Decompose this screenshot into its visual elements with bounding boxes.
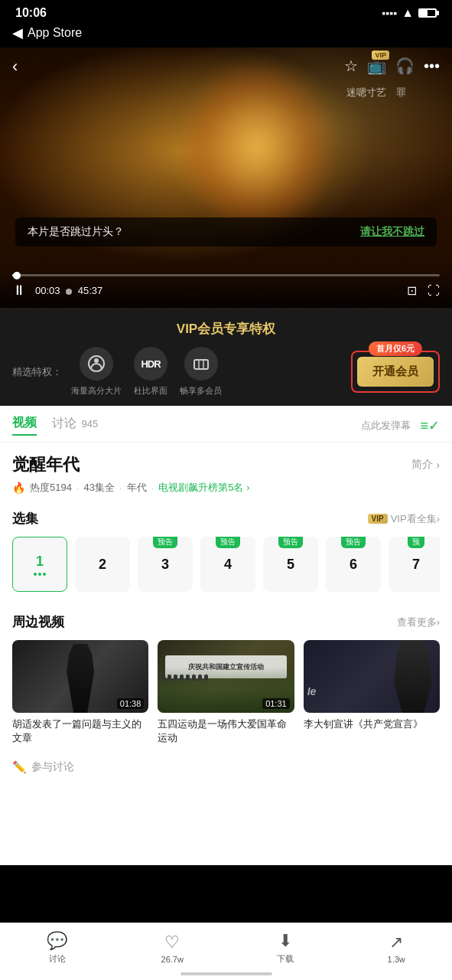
svg-point-1 — [94, 358, 99, 363]
related-thumb-2: 庆祝共和国建立宣传活动 01:31 — [158, 640, 294, 713]
share-nav-icon: ↗ — [389, 933, 403, 952]
nav-share[interactable]: ↗ 1.3w — [388, 933, 405, 964]
episode-num-6: 6 — [350, 557, 357, 573]
episode-tag-3: 预告 — [153, 537, 177, 548]
episode-item-1[interactable]: 1 — [12, 537, 67, 592]
tabs-row: 视频 讨论 945 点此发弹幕 ≡✓ — [0, 406, 452, 443]
time-display: 10:06 — [15, 6, 47, 20]
cast-icon[interactable]: 🎧 — [395, 57, 415, 75]
show-meta: 🔥 热度5194 · 43集全 · 年代 · 电视剧飙升榜第5名 › — [12, 481, 440, 495]
episode-item-5[interactable]: 预告 5 — [263, 537, 318, 592]
related-title-3: 李大钊宣讲《共产党宣言》 — [304, 717, 440, 731]
controls-right: ⊡ ⛶ — [407, 283, 440, 298]
rank-link[interactable]: 电视剧飙升榜第5名 › — [158, 481, 249, 495]
figure-silhouette — [57, 644, 103, 713]
vip-title: VIP会员专享特权 — [0, 320, 452, 338]
episode-num-1: 1 — [36, 554, 44, 570]
feature-label-1: 海量高分大片 — [71, 385, 122, 397]
home-indicator — [180, 972, 272, 975]
feature-icon-hdr: HDR — [134, 347, 167, 381]
video-back-button[interactable]: ‹ — [12, 57, 18, 77]
feature-label-3: 畅享多会员 — [180, 385, 222, 397]
related-grid: 01:38 胡适发表了一篇问题与主义的文章 庆祝共和国建立宣传活动 — [12, 640, 440, 745]
nav-discuss[interactable]: 💬 讨论 — [47, 931, 67, 965]
related-thumb-3: Ie — [304, 640, 440, 713]
vip-discount-badge: 首月仅6元 — [369, 341, 422, 356]
nav-download[interactable]: ⬇ 下载 — [277, 931, 294, 965]
pip-icon[interactable]: ⊡ — [407, 283, 417, 298]
progress-bar[interactable] — [12, 274, 440, 276]
episode-num-5: 5 — [287, 557, 294, 573]
download-nav-icon: ⬇ — [278, 931, 292, 951]
episode-item-6[interactable]: 预告 6 — [326, 537, 381, 592]
episode-section: 选集 VIP VIP看全集 › 1 2 — [0, 501, 452, 601]
episode-item-3[interactable]: 预告 3 — [138, 537, 193, 592]
pause-button[interactable]: ⏸ — [12, 283, 26, 299]
vip-section: VIP会员专享特权 精选特权： 海量高分大片 HDR 杜比界面 — [0, 308, 452, 406]
vip-content: 精选特权： 海量高分大片 HDR 杜比界面 — [0, 347, 452, 397]
vip-open-button[interactable]: 开通会员 — [357, 357, 434, 387]
vip-cta-wrapper: 首月仅6元 开通会员 — [351, 351, 440, 393]
view-more-link[interactable]: 查看更多 › — [397, 616, 440, 629]
tv-icon-wrapper[interactable]: 📺 VIP — [367, 57, 386, 75]
video-top-controls: ☆ 📺 VIP 🎧 ••• — [344, 57, 440, 75]
episodes-scroll[interactable]: 1 2 预告 3 预告 4 预告 — [12, 537, 440, 595]
vip-feature-1: 海量高分大片 — [71, 347, 122, 397]
tv-icon[interactable]: 📺 — [367, 57, 386, 74]
feature-icon-multi — [184, 347, 218, 381]
episode-count: 43集全 — [84, 481, 115, 495]
vip-features: 海量高分大片 HDR 杜比界面 畅享多会员 — [71, 347, 342, 397]
danmu-icon[interactable]: ≡✓ — [420, 417, 440, 434]
discuss-bar[interactable]: ✏️ 参与讨论 — [0, 751, 452, 780]
related-title-1: 胡适发表了一篇问题与主义的文章 — [12, 717, 148, 745]
nav-like[interactable]: ♡ 26.7w — [161, 933, 184, 964]
hot-icon: 🔥 — [12, 482, 25, 494]
episode-item-2[interactable]: 2 — [75, 537, 130, 592]
vip-all-arrow: › — [437, 513, 440, 524]
person-silhouette — [386, 640, 440, 713]
related-header: 周边视频 查看更多 › — [12, 613, 440, 631]
crowd-dots — [158, 675, 294, 681]
video-player[interactable]: ‹ ☆ 📺 VIP 🎧 ••• 迷嗯寸艺 罪 本片是否跳过片头？ 请让我不跳过 … — [0, 47, 452, 308]
float-text-content: 迷嗯寸艺 罪 — [346, 87, 406, 98]
ie-text: Ie — [307, 685, 317, 697]
discussion-count: 945 — [81, 418, 98, 430]
video-controls: ⏸ 00:03 45:37 ⊡ ⛶ — [0, 268, 452, 308]
episode-num-4: 4 — [224, 557, 232, 573]
tab-discussion[interactable]: 讨论 945 — [52, 416, 98, 435]
intro-chevron-icon: › — [436, 459, 440, 471]
favorite-icon[interactable]: ☆ — [344, 57, 358, 75]
time-separator — [66, 289, 72, 295]
episode-item-4[interactable]: 预告 4 — [200, 537, 255, 592]
app-store-label[interactable]: App Store — [28, 26, 82, 40]
controls-left: ⏸ 00:03 45:37 — [12, 283, 102, 299]
edit-icon: ✏️ — [12, 760, 27, 774]
related-card-2[interactable]: 庆祝共和国建立宣传活动 01:31 五四运动是一场伟大爱国革命运动 — [158, 640, 294, 745]
episode-tag-6: 预告 — [341, 537, 366, 548]
genre: 年代 — [127, 481, 147, 495]
discuss-nav-icon: 💬 — [47, 931, 67, 951]
danmu-button[interactable]: 点此发弹幕 — [361, 419, 411, 433]
fullscreen-icon[interactable]: ⛶ — [428, 284, 440, 298]
related-card-1[interactable]: 01:38 胡适发表了一篇问题与主义的文章 — [12, 640, 148, 745]
more-icon[interactable]: ••• — [424, 57, 440, 75]
back-to-appstore-icon[interactable]: ◀ — [12, 24, 23, 41]
related-card-3[interactable]: Ie 李大钊宣讲《共产党宣言》 — [304, 640, 440, 745]
tabs-left: 视频 讨论 945 — [12, 415, 98, 436]
related-section: 周边视频 查看更多 › 01:38 胡适发表了一篇问题与主义的文章 — [0, 601, 452, 751]
content-pad — [0, 780, 452, 857]
show-intro-link[interactable]: 简介 › — [411, 458, 440, 472]
meta-dot-1: · — [76, 482, 80, 494]
episode-item-7[interactable]: 预 7 — [389, 537, 440, 592]
vip-all-link[interactable]: VIP VIP看全集 › — [368, 512, 440, 526]
related-title-2: 五四运动是一场伟大爱国革命运动 — [158, 717, 294, 745]
tab-video[interactable]: 视频 — [12, 415, 37, 436]
episode-tag-7: 预 — [408, 537, 424, 548]
episodes-title: 选集 — [12, 510, 38, 528]
view-more-arrow: › — [437, 616, 440, 628]
wifi-icon: ▲ — [402, 6, 414, 20]
thumb-duration-2: 01:31 — [262, 698, 290, 709]
skip-no-button[interactable]: 请让我不跳过 — [360, 225, 424, 239]
episode-tag-5: 预告 — [278, 537, 303, 548]
episode-num-3: 3 — [161, 557, 169, 573]
